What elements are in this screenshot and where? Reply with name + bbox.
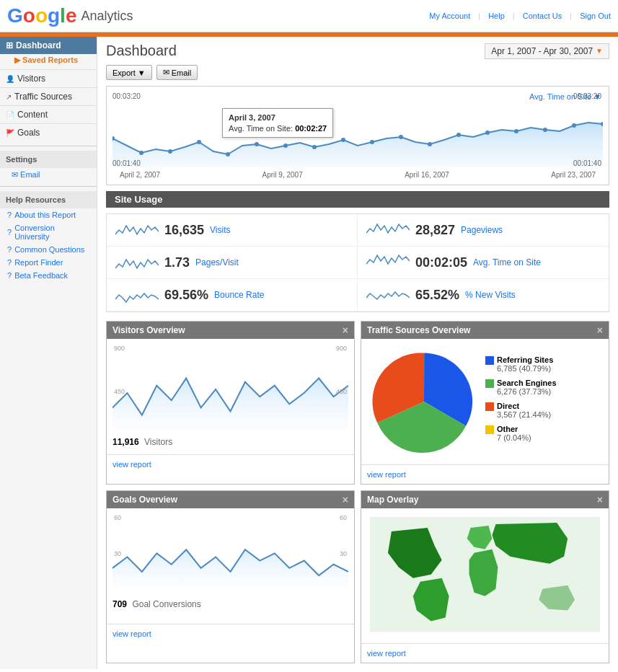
- export-label: Export: [112, 68, 136, 77]
- new-visits-sparkline: [366, 285, 410, 305]
- chart-dot: [572, 123, 576, 128]
- traffic-sources-label: Traffic Sources: [14, 92, 72, 102]
- goals-panel-footer: view report: [107, 624, 354, 643]
- line-chart-svg: [112, 95, 603, 167]
- africa: [469, 549, 498, 596]
- chart-x-label-3: April 16, 2007: [405, 171, 449, 179]
- question-icon-conversion: ?: [7, 228, 12, 236]
- date-range-picker[interactable]: Apr 1, 2007 - Apr 30, 2007 ▼: [485, 43, 609, 59]
- page-title: Dashboard: [106, 43, 177, 59]
- person-icon: 👤: [6, 75, 14, 83]
- chart-dot[interactable]: [226, 152, 230, 156]
- sidebar-dashboard-section: ⊞ Dashboard ▶ Saved Reports: [0, 37, 97, 66]
- chart-dot: [197, 140, 201, 144]
- question-icon-common: ?: [7, 245, 12, 254]
- visitors-count-row: 11,916 Visitors: [112, 437, 348, 447]
- goals-label: Goals: [17, 128, 40, 138]
- sidebar-help-conversion-university[interactable]: ? Conversion University: [0, 221, 97, 243]
- chart-dot: [456, 133, 461, 137]
- goals-icon: 🚩: [6, 129, 14, 137]
- export-button[interactable]: Export ▼: [106, 65, 152, 80]
- legend-direct: Direct 3,567 (21.44%): [485, 402, 557, 419]
- visitors-panel-close-button[interactable]: ×: [343, 324, 348, 336]
- sidebar-item-content[interactable]: 📄 Content: [0, 105, 97, 123]
- map-panel-title: Map Overlay: [367, 495, 418, 505]
- dashboard-label: Dashboard: [16, 40, 61, 50]
- sidebar: ⊞ Dashboard ▶ Saved Reports 👤 Visitors ↗…: [0, 37, 97, 669]
- main-header: Dashboard Apr 1, 2007 - Apr 30, 2007 ▼: [97, 37, 618, 62]
- avg-time-label: Avg. Time on Site: [473, 257, 541, 268]
- pie-chart-container: Referring Sites 6,785 (40.79%) Search En…: [367, 345, 603, 459]
- visitors-overview-panel: Visitors Overview × 900 900 450 450: [106, 321, 355, 485]
- legend-search: Search Engines 6,276 (37.73%): [485, 379, 557, 396]
- goals-y-mid: 30: [114, 550, 121, 557]
- chart-dot: [139, 151, 144, 155]
- content-label: Content: [17, 110, 48, 120]
- sidebar-settings-email[interactable]: ✉ Email: [0, 168, 97, 182]
- metric-pages-visit: 1.73 Pages/Visit: [107, 247, 358, 279]
- my-account-link[interactable]: My Account: [429, 12, 470, 20]
- visitors-y-mid-right: 450: [336, 388, 347, 395]
- google-logo: Google: [7, 4, 76, 27]
- pages-visit-label: Pages/Visit: [195, 257, 239, 268]
- goals-conversions: 709: [112, 599, 127, 609]
- chart-x-labels: April 2, 2007 April 9, 2007 April 16, 20…: [112, 171, 603, 179]
- traffic-icon: ↗: [6, 93, 12, 101]
- main-chart: Avg. Time on Site ▼ 00:03:20 00:03:20 00…: [106, 86, 609, 185]
- new-visits-label: % New Visits: [465, 290, 516, 300]
- map-panel-close-button[interactable]: ×: [597, 494, 603, 505]
- bounce-rate-label: Bounce Rate: [214, 290, 264, 300]
- goals-panel-body: 60 60 30 30: [107, 508, 354, 624]
- traffic-panel-close-button[interactable]: ×: [597, 324, 603, 336]
- sidebar-help-about[interactable]: ? About this Report: [0, 208, 97, 221]
- goals-conversions-label: Goal Conversions: [132, 599, 200, 609]
- goals-panel-close-button[interactable]: ×: [343, 494, 348, 505]
- goals-view-report-link[interactable]: view report: [112, 629, 151, 638]
- sidebar-item-saved-reports[interactable]: ▶ Saved Reports: [0, 54, 97, 66]
- help-link[interactable]: Help: [488, 12, 505, 20]
- logo: Google Analytics: [7, 4, 133, 27]
- date-range-arrow-icon: ▼: [596, 47, 603, 55]
- sidebar-divider: [0, 146, 97, 146]
- sidebar-item-goals[interactable]: 🚩 Goals: [0, 123, 97, 141]
- tooltip-metric-label: Avg. Time on Site:: [229, 124, 295, 133]
- legend-referring-color: [485, 356, 494, 365]
- email-button[interactable]: ✉ Email: [156, 65, 198, 80]
- legend-referring: Referring Sites 6,785 (40.79%): [485, 355, 557, 373]
- grid-icon: ⊞: [6, 40, 13, 50]
- question-icon-finder: ?: [7, 258, 12, 267]
- visitors-count-label: Visitors: [144, 437, 172, 447]
- sidebar-help-report-finder[interactable]: ? Report Finder: [0, 256, 97, 269]
- metrics-grid: 16,635 Visits 28,827 Pageviews 1.73 Page…: [106, 213, 609, 312]
- legend-direct-color: [485, 402, 494, 411]
- sidebar-help-common-questions[interactable]: ? Common Questions: [0, 243, 97, 256]
- chart-dot: [514, 129, 518, 133]
- visitors-y-mid: 450: [114, 388, 125, 395]
- legend-other-color: [485, 425, 494, 434]
- metric-avg-time: 00:02:05 Avg. Time on Site: [358, 247, 609, 279]
- sidebar-item-dashboard[interactable]: ⊞ Dashboard: [0, 37, 97, 54]
- date-range-text: Apr 1, 2007 - Apr 30, 2007: [491, 46, 593, 56]
- visitors-view-report-link[interactable]: view report: [112, 460, 151, 469]
- sidebar-help-beta-feedback[interactable]: ? Beta Feedback: [0, 269, 97, 282]
- goals-y-top: 60: [114, 514, 121, 521]
- legend-direct-text: Direct 3,567 (21.44%): [497, 402, 551, 419]
- sidebar-item-traffic-sources[interactable]: ↗ Traffic Sources: [0, 87, 97, 105]
- traffic-view-report-link[interactable]: view report: [367, 470, 406, 479]
- traffic-panel-body: Referring Sites 6,785 (40.79%) Search En…: [361, 339, 609, 464]
- legend-other-text: Other 7 (0.04%): [497, 425, 531, 442]
- traffic-panel-footer: view report: [361, 464, 609, 484]
- goals-panel: Goals Overview × 60 60 30 30: [106, 490, 355, 663]
- toolbar: Export ▼ ✉ Email: [97, 62, 618, 86]
- sign-out-link[interactable]: Sign Out: [580, 12, 611, 20]
- traffic-sources-panel: Traffic Sources Overview ×: [361, 321, 609, 485]
- goals-y-mid-right: 30: [340, 550, 347, 557]
- contact-us-link[interactable]: Contact Us: [523, 12, 562, 20]
- analytics-logo-text: Analytics: [81, 9, 133, 24]
- chart-y-axis-top: 00:03:20: [112, 92, 141, 100]
- chart-dot: [399, 135, 403, 139]
- map-view-report-link[interactable]: view report: [367, 649, 406, 658]
- visitors-label: Visitors: [17, 74, 45, 84]
- sidebar-item-visitors[interactable]: 👤 Visitors: [0, 69, 97, 87]
- visits-label: Visits: [210, 225, 230, 235]
